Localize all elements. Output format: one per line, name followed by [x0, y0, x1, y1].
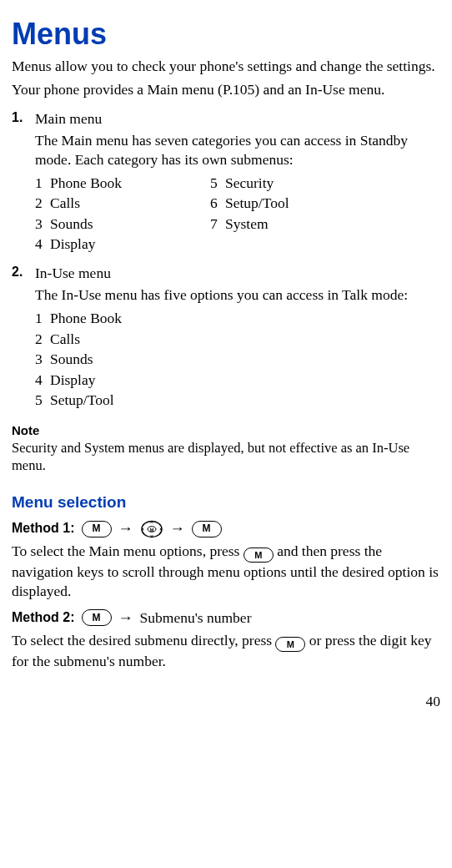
step-1: 1. Main menu The Main menu has seven cat…: [12, 109, 440, 254]
method-1-line: Method 1: M → M → M: [12, 519, 440, 538]
step-number: 2.: [12, 264, 35, 410]
svg-text:M: M: [149, 527, 153, 532]
cat-num: 1: [35, 174, 43, 192]
inuse-menu-categories: 1Phone Book 2Calls 3Sounds 4Display 5Set…: [35, 309, 440, 409]
note-heading: Note: [12, 422, 440, 438]
cat-num: 5: [210, 174, 218, 192]
m-key-icon: M: [82, 521, 112, 537]
cat-label: Display: [50, 371, 95, 389]
step-description: The Main menu has seven categories you c…: [35, 131, 440, 169]
cat-label: Phone Book: [50, 174, 122, 192]
section-title: Menu selection: [12, 492, 440, 512]
method-2-tail: Submenu's number: [140, 608, 252, 627]
page-number: 40: [12, 692, 440, 710]
m-key-icon: M: [275, 637, 305, 652]
cat-num: 7: [210, 214, 218, 233]
intro-paragraph-1: Menus allow you to check your phone's se…: [12, 57, 440, 75]
cat-num: 4: [35, 371, 43, 389]
step-title: In-Use menu: [35, 264, 440, 282]
method-1-label: Method 1:: [12, 520, 75, 537]
cat-num: 3: [35, 350, 43, 368]
cat-num: 4: [35, 235, 43, 253]
arrow-icon: →: [118, 519, 133, 538]
text: To select the desired submenu directly, …: [12, 632, 275, 648]
cat-label: Phone Book: [50, 309, 122, 327]
cat-label: Sounds: [50, 214, 93, 233]
intro-paragraph-2: Your phone provides a Main menu (P.105) …: [12, 80, 440, 98]
arrow-icon: →: [118, 608, 133, 628]
cat-num: 3: [35, 214, 43, 233]
cat-label: Sounds: [50, 350, 93, 368]
cat-label: Calls: [50, 330, 80, 348]
note-body: Security and System menus are displayed,…: [12, 439, 440, 474]
m-key-icon: M: [82, 609, 112, 626]
cat-label: Display: [50, 235, 95, 253]
cat-label: Security: [225, 174, 274, 192]
method-2-line: Method 2: M → Submenu's number: [12, 608, 440, 628]
method-1-description: To select the Main menu options, press M…: [12, 542, 440, 600]
step-title: Main menu: [35, 109, 440, 128]
navigation-key-icon: M: [140, 520, 163, 538]
cat-num: 6: [210, 194, 218, 212]
cat-num: 5: [35, 391, 43, 409]
cat-label: Setup/Tool: [50, 391, 114, 409]
method-2-label: Method 2:: [12, 609, 75, 626]
cat-label: Calls: [50, 194, 80, 212]
text: To select the Main menu options, press: [12, 542, 244, 559]
cat-label: System: [225, 214, 269, 233]
method-2-description: To select the desired submenu directly, …: [12, 631, 440, 670]
arrow-icon: →: [170, 519, 185, 538]
step-number: 1.: [12, 109, 35, 254]
m-key-icon: M: [244, 548, 274, 563]
step-description: The In-Use menu has five options you can…: [35, 285, 440, 304]
page-title: Menus: [12, 15, 440, 53]
cat-num: 1: [35, 309, 43, 327]
cat-num: 2: [35, 194, 43, 212]
cat-num: 2: [35, 330, 43, 348]
m-key-icon: M: [192, 521, 222, 537]
text: or: [305, 632, 324, 648]
main-menu-categories: 1Phone Book 5Security 2Calls 6Setup/Tool…: [35, 174, 440, 254]
step-2: 2. In-Use menu The In-Use menu has five …: [12, 264, 440, 410]
cat-label: Setup/Tool: [225, 194, 289, 212]
